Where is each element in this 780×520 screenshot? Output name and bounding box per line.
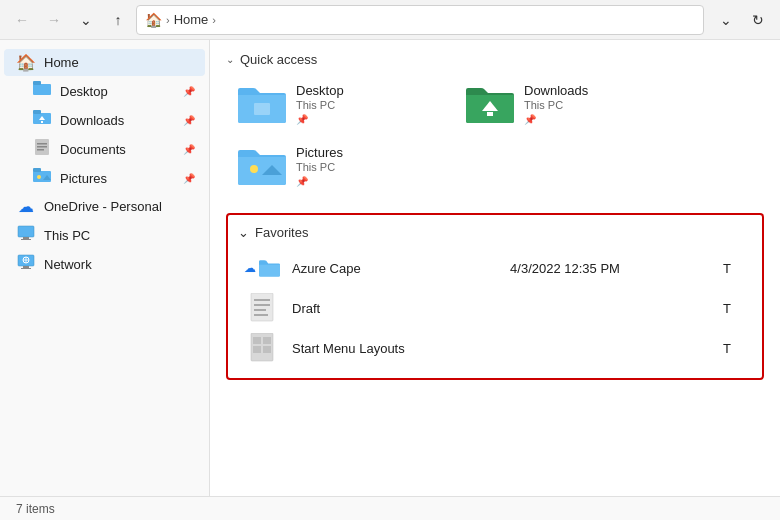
main-area: 🏠 Home Desktop 📌 Downloads 📌 Documents 📌	[0, 40, 780, 496]
azure-cape-cloud-icon: ☁	[244, 253, 280, 283]
quick-access-title: Quick access	[240, 52, 317, 67]
sidebar-item-onedrive[interactable]: ☁ OneDrive - Personal	[4, 193, 205, 220]
azure-cape-icon-cell: ☁	[238, 248, 286, 288]
svg-rect-11	[33, 168, 41, 172]
qa-pictures-name: Pictures	[296, 145, 343, 160]
qa-item-desktop[interactable]: Desktop This PC 📌	[230, 77, 450, 131]
svg-rect-28	[251, 293, 273, 321]
status-bar: 7 items	[0, 496, 780, 520]
quick-access-chevron: ⌄	[226, 54, 234, 65]
content-area: ⌄ Quick access Desktop This PC 📌	[210, 40, 780, 496]
svg-rect-0	[33, 84, 51, 95]
svg-rect-34	[253, 337, 261, 344]
onedrive-icon: ☁	[16, 197, 36, 216]
svg-rect-19	[21, 268, 31, 269]
breadcrumb-bar[interactable]: 🏠 › Home ›	[136, 5, 704, 35]
documents-pin-icon: 📌	[183, 144, 195, 155]
favorites-row-start-menu[interactable]: Start Menu Layouts T	[238, 328, 752, 368]
documents-icon	[32, 139, 52, 159]
svg-rect-31	[254, 309, 266, 311]
svg-rect-25	[487, 112, 493, 116]
qa-downloads-name: Downloads	[524, 83, 588, 98]
sidebar-item-pictures[interactable]: Pictures 📌	[4, 164, 205, 192]
qa-downloads-pin: 📌	[524, 114, 588, 125]
qa-downloads-info: Downloads This PC 📌	[524, 83, 588, 125]
draft-icon-cell	[238, 288, 286, 328]
sidebar-item-downloads[interactable]: Downloads 📌	[4, 106, 205, 134]
sidebar-item-thispc[interactable]: This PC	[4, 221, 205, 249]
favorites-chevron: ⌄	[238, 225, 249, 240]
favorites-section: ⌄ Favorites ☁	[226, 213, 764, 380]
sidebar-item-desktop[interactable]: Desktop 📌	[4, 77, 205, 105]
breadcrumb-dropdown-button[interactable]: ⌄	[712, 6, 740, 34]
qa-item-pictures[interactable]: Pictures This PC 📌	[230, 139, 450, 193]
sidebar-item-network[interactable]: Network	[4, 250, 205, 278]
qa-desktop-name: Desktop	[296, 83, 344, 98]
svg-rect-23	[254, 103, 270, 115]
qa-downloads-folder-icon	[466, 84, 514, 124]
desktop-pin-icon: 📌	[183, 86, 195, 97]
favorites-title: Favorites	[255, 225, 308, 240]
favorites-table: ☁ Azure Cape 4/3/2022 12:35 PM T	[238, 248, 752, 368]
favorites-row-azure-cape[interactable]: ☁ Azure Cape 4/3/2022 12:35 PM T	[238, 248, 752, 288]
dropdown-recent-button[interactable]: ⌄	[72, 6, 100, 34]
back-button[interactable]: ←	[8, 6, 36, 34]
sidebar-desktop-label: Desktop	[60, 84, 175, 99]
svg-rect-32	[254, 314, 268, 316]
svg-rect-18	[23, 266, 29, 268]
sidebar-network-label: Network	[44, 257, 195, 272]
breadcrumb-sep-2: ›	[212, 14, 216, 26]
start-menu-doc-icon	[244, 333, 280, 363]
sidebar-documents-label: Documents	[60, 142, 175, 157]
pictures-icon	[32, 168, 52, 188]
qa-item-downloads[interactable]: Downloads This PC 📌	[458, 77, 678, 131]
svg-rect-29	[254, 299, 270, 301]
sidebar-thispc-label: This PC	[44, 228, 195, 243]
downloads-icon	[32, 110, 52, 130]
thispc-icon	[16, 225, 36, 245]
qa-downloads-sub: This PC	[524, 99, 588, 111]
draft-doc-icon	[244, 293, 280, 323]
favorites-row-draft[interactable]: Draft T	[238, 288, 752, 328]
svg-rect-7	[37, 143, 47, 145]
svg-rect-36	[253, 346, 261, 353]
draft-type: T	[717, 288, 752, 328]
svg-rect-15	[23, 237, 29, 239]
sidebar-item-documents[interactable]: Documents 📌	[4, 135, 205, 163]
favorites-header[interactable]: ⌄ Favorites	[238, 225, 752, 240]
draft-date	[504, 288, 717, 328]
qa-desktop-info: Desktop This PC 📌	[296, 83, 344, 125]
breadcrumb-sep-1: ›	[166, 14, 170, 26]
svg-rect-14	[18, 226, 34, 237]
items-count: 7 items	[16, 502, 55, 516]
sidebar-item-home[interactable]: 🏠 Home	[4, 49, 205, 76]
svg-point-26	[250, 165, 258, 173]
nav-bar: ← → ⌄ ↑ 🏠 › Home › ⌄ ↻	[0, 0, 780, 40]
start-menu-name: Start Menu Layouts	[286, 328, 504, 368]
refresh-button[interactable]: ↻	[744, 6, 772, 34]
svg-rect-8	[37, 146, 47, 148]
svg-rect-37	[263, 346, 271, 353]
svg-rect-5	[41, 121, 43, 123]
sidebar-home-label: Home	[44, 55, 195, 70]
start-menu-icon-cell	[238, 328, 286, 368]
qa-pictures-folder-icon	[238, 146, 286, 186]
nav-right-buttons: ⌄ ↻	[712, 6, 772, 34]
downloads-pin-icon: 📌	[183, 115, 195, 126]
svg-rect-35	[263, 337, 271, 344]
qa-pictures-pin: 📌	[296, 176, 343, 187]
qa-desktop-sub: This PC	[296, 99, 344, 111]
pictures-pin-icon: 📌	[183, 173, 195, 184]
up-button[interactable]: ↑	[104, 6, 132, 34]
svg-rect-9	[37, 149, 44, 151]
quick-access-header[interactable]: ⌄ Quick access	[226, 52, 764, 67]
forward-button[interactable]: →	[40, 6, 68, 34]
qa-desktop-folder-icon	[238, 84, 286, 124]
sidebar-downloads-label: Downloads	[60, 113, 175, 128]
home-icon: 🏠	[16, 53, 36, 72]
draft-name: Draft	[286, 288, 504, 328]
network-icon	[16, 254, 36, 274]
qa-pictures-sub: This PC	[296, 161, 343, 173]
quick-access-grid: Desktop This PC 📌 Downloads	[226, 77, 764, 193]
qa-pictures-info: Pictures This PC 📌	[296, 145, 343, 187]
